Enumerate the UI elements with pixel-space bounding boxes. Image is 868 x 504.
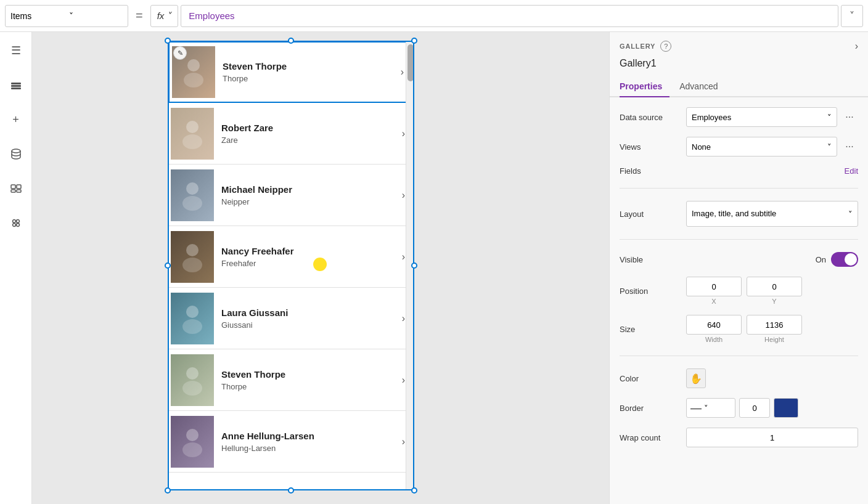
position-input-row: X Y [686, 277, 802, 305]
tools-icon[interactable] [5, 212, 27, 234]
views-dropdown[interactable]: None ˅ [686, 137, 837, 156]
layout-chevron-icon: ˅ [848, 209, 853, 219]
add-icon[interactable]: + [5, 108, 27, 131]
data-source-row: Data source Employees ˅ ··· [620, 107, 858, 127]
svg-point-3 [12, 149, 20, 153]
layout-label: Layout [620, 209, 681, 219]
svg-point-13 [184, 73, 203, 87]
tab-advanced[interactable]: Advanced [679, 76, 725, 96]
views-row: Views None ˅ ··· [620, 137, 858, 156]
layout-value: Image, title, and subtitle [692, 209, 776, 219]
canvas-area[interactable]: ✎ Steven ThorpeThorpe› Robert ZareZare› … [32, 32, 609, 504]
handle-middle-right[interactable] [411, 262, 417, 269]
items-label: Items [10, 11, 64, 21]
scrollbar-thumb[interactable] [407, 44, 414, 81]
tab-properties[interactable]: Properties [620, 76, 669, 97]
layers-icon[interactable] [5, 74, 27, 96]
data-source-more-button[interactable]: ··· [841, 108, 858, 126]
media-icon[interactable] [5, 177, 27, 200]
svg-point-25 [182, 442, 202, 457]
handle-bottom-left[interactable] [165, 487, 171, 494]
svg-point-19 [182, 258, 202, 272]
gallery-list-item[interactable]: Nancy FreehaferFreehafer› [168, 226, 414, 288]
svg-point-16 [186, 182, 199, 195]
svg-point-9 [16, 220, 19, 223]
formula-bar[interactable]: Employees [181, 5, 838, 27]
svg-point-10 [12, 224, 15, 227]
border-value-input[interactable] [739, 398, 770, 418]
position-y-label: Y [747, 298, 802, 305]
gallery-item-subtitle: Giussani [221, 320, 402, 330]
svg-point-21 [182, 319, 202, 334]
size-width-input[interactable] [686, 315, 742, 335]
position-y-group: Y [747, 277, 802, 305]
position-label: Position [620, 287, 681, 296]
database-icon[interactable] [5, 143, 27, 165]
gallery-widget[interactable]: ✎ Steven ThorpeThorpe› Robert ZareZare› … [168, 41, 414, 490]
data-source-value: Employees [692, 113, 731, 122]
handle-middle-left[interactable] [165, 262, 171, 269]
visible-toggle[interactable] [831, 252, 858, 267]
size-width-group: Width [686, 315, 742, 343]
fields-edit-link[interactable]: Edit [845, 166, 858, 176]
views-more-button[interactable]: ··· [841, 138, 858, 155]
gallery-list-item[interactable]: Robert ZareZare› [168, 103, 414, 165]
wrap-count-input[interactable] [686, 428, 858, 447]
divider-2 [620, 239, 858, 240]
size-width-label: Width [686, 336, 742, 343]
gallery-list-item[interactable]: Anne Hellung-LarsenHellung-Larsen› [168, 411, 414, 473]
visible-toggle-container: On [816, 252, 858, 267]
fx-button[interactable]: fx ˅ [150, 5, 179, 27]
border-color-swatch[interactable] [774, 398, 798, 418]
handle-bottom-right[interactable] [411, 487, 417, 494]
data-source-dropdown[interactable]: Employees ˅ [686, 107, 837, 127]
panel-header: GALLERY ? › [610, 32, 868, 58]
main-area: ☰ + [0, 32, 868, 504]
border-style-dropdown[interactable]: — ˅ [686, 398, 735, 418]
layout-control: Image, title, and subtitle ˅ [686, 201, 858, 227]
size-height-input[interactable] [747, 315, 802, 335]
items-dropdown[interactable]: Items ˅ [5, 5, 128, 27]
gallery-list-item[interactable]: Laura GiussaniGiussani› [168, 288, 414, 349]
edit-pencil-icon[interactable]: ✎ [173, 46, 187, 60]
gallery-item-text: Robert ZareZare [214, 123, 402, 145]
color-control: ✋ [686, 368, 858, 388]
size-control: Width Height [686, 315, 858, 343]
formula-expand-button[interactable]: ˅ [841, 5, 863, 27]
divider-1 [620, 188, 858, 189]
layout-dropdown[interactable]: Image, title, and subtitle ˅ [686, 201, 858, 227]
border-line-icon: — [690, 402, 702, 415]
handle-top-right[interactable] [411, 38, 417, 44]
handle-bottom-center[interactable] [288, 487, 294, 494]
border-label: Border [620, 404, 681, 413]
size-row: Size Width Height [620, 315, 858, 343]
color-swatch[interactable]: ✋ [686, 368, 706, 388]
handle-top-center[interactable] [288, 38, 294, 44]
handle-top-left[interactable] [165, 38, 171, 44]
menu-icon[interactable]: ☰ [5, 39, 27, 62]
svg-rect-2 [11, 87, 21, 89]
border-style-chevron-icon: ˅ [704, 404, 708, 413]
position-x-input[interactable] [686, 277, 742, 296]
svg-point-8 [12, 220, 15, 223]
svg-rect-7 [17, 190, 21, 192]
gallery-item-subtitle: Freehafer [221, 259, 402, 268]
layout-row: Layout Image, title, and subtitle ˅ [620, 201, 858, 227]
views-control: None ˅ ··· [686, 137, 858, 156]
svg-point-12 [187, 59, 200, 71]
gallery-list-item[interactable]: Steven ThorpeThorpe› [168, 349, 414, 411]
divider-3 [620, 356, 858, 356]
position-inputs: X Y [686, 277, 802, 305]
panel-expand-button[interactable]: › [855, 41, 858, 52]
svg-point-23 [182, 381, 202, 396]
svg-point-24 [186, 429, 199, 441]
gallery-item-text: Laura GiussaniGiussani [214, 307, 402, 330]
gallery-list-item[interactable]: ✎ Steven ThorpeThorpe› [168, 41, 414, 103]
data-source-label: Data source [620, 113, 681, 122]
gallery-item-title: Steven Thorpe [223, 61, 401, 71]
fx-chevron-icon: ˅ [166, 10, 171, 22]
gallery-list-item[interactable]: Michael NeipperNeipper› [168, 165, 414, 226]
position-y-input[interactable] [747, 277, 802, 296]
fields-label: Fields [620, 166, 681, 176]
help-icon[interactable]: ? [660, 41, 671, 52]
